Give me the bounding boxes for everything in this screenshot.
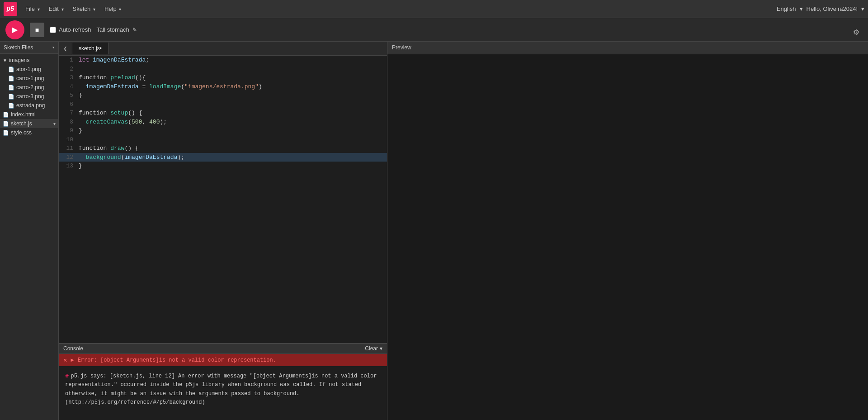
collapse-sidebar-button[interactable]: ❮ xyxy=(59,42,72,55)
code-line-5: 5 } xyxy=(59,91,387,100)
file-dropdown-icon[interactable]: ▾ xyxy=(53,121,56,126)
code-line-4: 4 imagemDaEstrada = loadImage("imagens/e… xyxy=(59,82,387,91)
nav-edit[interactable]: Edit ▾ xyxy=(44,4,68,14)
file-doc-icon: 📄 xyxy=(3,112,9,118)
preview-panel: Preview xyxy=(387,42,868,420)
code-line-11: 11 function draw() { xyxy=(59,144,387,153)
file-name: index.html xyxy=(11,111,36,118)
preview-canvas xyxy=(387,54,868,420)
main-layout: Sketch Files ▾ ▼ imagens 📄 ator-1.png 📄 … xyxy=(0,42,868,420)
console-header: Console Clear ▾ xyxy=(59,344,387,354)
file-style-css[interactable]: 📄 style.css xyxy=(0,128,58,137)
file-name: ator-1.png xyxy=(16,66,41,72)
stop-button[interactable]: ■ xyxy=(30,23,44,37)
file-index-html[interactable]: 📄 index.html xyxy=(0,110,58,119)
error-detail: ❀p5.js says: [sketch.js, line 12] An err… xyxy=(59,366,387,411)
error-triangle-icon: ▶ xyxy=(71,357,74,363)
code-line-3: 3 function preload(){ xyxy=(59,73,387,82)
sidebar: Sketch Files ▾ ▼ imagens 📄 ator-1.png 📄 … xyxy=(0,42,59,420)
error-message: Error: [object Arguments]is not a valid … xyxy=(78,357,276,363)
language-selector[interactable]: English xyxy=(777,5,796,12)
p5-flower-icon: ❀ xyxy=(65,372,69,379)
file-name: carro-2.png xyxy=(16,84,44,91)
file-estrada-png[interactable]: 📄 estrada.png xyxy=(0,101,58,110)
file-sketch-js[interactable]: 📄 sketch.js ▾ xyxy=(0,119,58,128)
file-doc-icon: 📄 xyxy=(8,94,14,100)
folder-imagens[interactable]: ▼ imagens xyxy=(0,56,58,65)
auto-refresh-text: Auto-refresh xyxy=(59,26,91,33)
file-name: carro-1.png xyxy=(16,75,44,81)
edit-sketch-name-icon: ✎ xyxy=(132,27,137,33)
toolbar: ▶ ■ Auto-refresh Tall stomach ✎ ⚙ xyxy=(0,18,868,42)
sketch-name[interactable]: Tall stomach ✎ xyxy=(97,26,137,33)
sidebar-files: ▼ imagens 📄 ator-1.png 📄 carro-1.png 📄 c… xyxy=(0,54,58,139)
nav-file[interactable]: File ▾ xyxy=(21,4,44,14)
tab-bar: ❮ sketch.js• xyxy=(59,42,387,56)
code-line-7: 7 function setup() { xyxy=(59,109,387,118)
console-clear-button[interactable]: Clear ▾ xyxy=(365,345,382,352)
file-carro-2-png[interactable]: 📄 carro-2.png xyxy=(0,83,58,92)
file-carro-1-png[interactable]: 📄 carro-1.png xyxy=(0,74,58,83)
file-ator-1-png[interactable]: 📄 ator-1.png xyxy=(0,65,58,74)
preview-title: Preview xyxy=(392,44,411,51)
file-name: style.css xyxy=(11,129,32,136)
error-x-icon: ✕ xyxy=(63,356,67,364)
file-doc-icon: 📄 xyxy=(3,130,9,136)
error-detail-text: p5.js says: [sketch.js, line 12] An erro… xyxy=(65,373,377,406)
console-area: Console Clear ▾ ✕ ▶ Error: [object Argum… xyxy=(59,343,387,420)
settings-icon[interactable]: ⚙ xyxy=(848,24,864,40)
file-doc-icon: 📄 xyxy=(3,121,9,127)
file-name: sketch.js xyxy=(11,120,32,127)
file-doc-icon: 📄 xyxy=(8,76,14,81)
folder-name: imagens xyxy=(9,57,29,63)
console-clear-dropdown-icon: ▾ xyxy=(380,345,382,352)
error-line: ✕ ▶ Error: [object Arguments]is not a va… xyxy=(59,354,387,366)
user-greeting: Hello, Oliveira2024! xyxy=(807,5,858,12)
preview-header: Preview xyxy=(387,42,868,54)
console-body: ✕ ▶ Error: [object Arguments]is not a va… xyxy=(59,354,387,420)
code-editor[interactable]: 1 let imagenDaEstrada; 2 3 function prel… xyxy=(59,56,387,343)
sidebar-header: Sketch Files ▾ xyxy=(0,42,58,54)
code-line-13: 13 } xyxy=(59,162,387,171)
p5-logo: p5 xyxy=(4,2,17,16)
file-carro-3-png[interactable]: 📄 carro-3.png xyxy=(0,92,58,101)
file-doc-icon: 📄 xyxy=(8,103,14,109)
code-line-9: 9 } xyxy=(59,126,387,135)
sidebar-title: Sketch Files xyxy=(4,44,33,51)
top-navbar: p5 File ▾ Edit ▾ Sketch ▾ Help ▾ English… xyxy=(0,0,868,18)
code-line-12: 12 background(imagenDaEstrada); xyxy=(59,153,387,162)
file-name: estrada.png xyxy=(16,102,45,109)
code-line-2: 2 xyxy=(59,65,387,74)
file-doc-icon: 📄 xyxy=(8,67,14,72)
top-right-controls: English ▾ Hello, Oliveira2024! ▾ xyxy=(777,5,864,12)
folder-arrow-icon: ▼ xyxy=(3,58,7,63)
nav-menu: File ▾ Edit ▾ Sketch ▾ Help ▾ xyxy=(21,4,126,14)
code-line-1: 1 let imagenDaEstrada; xyxy=(59,56,387,65)
auto-refresh-label[interactable]: Auto-refresh xyxy=(50,26,91,33)
language-dropdown-icon: ▾ xyxy=(800,5,803,12)
sidebar-dropdown-icon[interactable]: ▾ xyxy=(52,45,55,50)
user-dropdown-icon: ▾ xyxy=(861,5,864,12)
auto-refresh-checkbox[interactable] xyxy=(50,27,56,33)
code-line-10: 10 xyxy=(59,135,387,144)
play-button[interactable]: ▶ xyxy=(5,20,24,39)
code-line-8: 8 createCanvas(500, 400); xyxy=(59,118,387,127)
file-name: carro-3.png xyxy=(16,93,44,100)
editor-area: ❮ sketch.js• 1 let imagenDaEstrada; 2 3 … xyxy=(59,42,387,420)
code-line-6: 6 xyxy=(59,100,387,109)
nav-sketch[interactable]: Sketch ▾ xyxy=(68,4,100,14)
nav-help[interactable]: Help ▾ xyxy=(100,4,126,14)
console-title: Console xyxy=(63,345,83,352)
tab-sketch-js[interactable]: sketch.js• xyxy=(72,43,108,54)
file-doc-icon: 📄 xyxy=(8,85,14,91)
